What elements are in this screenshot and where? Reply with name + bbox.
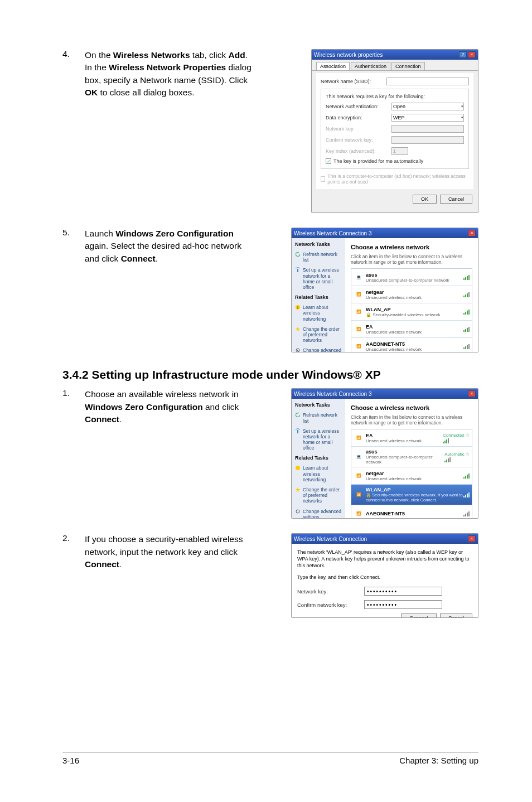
tab-authentication[interactable]: Authentication <box>351 62 390 70</box>
network-row[interactable]: 📶 netgearUnsecured wireless network <box>351 467 472 485</box>
network-row[interactable]: 📶 EAUnsecured wireless network Connected… <box>351 429 472 447</box>
dialog-title: Wireless network properties <box>314 52 383 58</box>
wzc-hint: Click an item in the list below to conne… <box>351 414 472 426</box>
wzc-main-panel: Choose a wireless network Click an item … <box>345 238 478 352</box>
wifi-icon: 📶 <box>354 489 364 501</box>
svg-rect-6 <box>297 430 298 433</box>
svg-point-7 <box>296 466 300 470</box>
sidebar-item-learn[interactable]: Learn about wireless networking <box>295 465 342 482</box>
adhoc-label: This is a computer-to-computer (ad hoc) … <box>327 173 469 185</box>
close-button[interactable]: × <box>468 390 476 397</box>
adhoc-checkbox <box>321 176 325 182</box>
step2b-number: 2. <box>62 533 85 543</box>
wifi-icon: 📶 <box>354 288 364 301</box>
antenna-icon <box>295 267 301 273</box>
sidebar-item-advanced[interactable]: Change advanced settings <box>295 347 342 352</box>
wifi-icon: 📶 <box>354 470 364 482</box>
antenna-icon <box>295 428 301 434</box>
enc-select[interactable]: WEP▾ <box>391 114 464 122</box>
svg-rect-0 <box>297 269 298 272</box>
wzc-main-panel: Choose a wireless network Click an item … <box>345 399 478 518</box>
sidebar-heading-network-tasks: Network Tasks <box>295 241 342 247</box>
sidebar-item-refresh[interactable]: Refresh network list <box>295 412 342 423</box>
svg-marker-3 <box>296 327 300 331</box>
confirm-key-label: Confirm network key: <box>297 602 364 608</box>
info-icon <box>295 465 301 471</box>
page-footer: 3-16 Chapter 3: Setting up <box>62 752 478 765</box>
close-button[interactable]: × <box>468 51 476 58</box>
ssid-input[interactable] <box>386 78 469 85</box>
auto-key-label: The key is provided for me automatically <box>333 158 423 164</box>
auto-key-checkbox[interactable]: ✓ <box>326 158 331 164</box>
wzc-title: Wireless Network Connection 3 <box>294 391 372 397</box>
connect-button[interactable]: Connect <box>401 613 437 618</box>
wzc-main-heading: Choose a wireless network <box>351 404 472 411</box>
key-index-input: 1 <box>391 147 408 155</box>
sidebar-item-order[interactable]: Change the order of preferred networks <box>295 487 342 504</box>
step4-text: On the Wireless Networks tab, click Add.… <box>85 49 253 99</box>
dialog-title: Wireless Network Connection <box>294 536 367 542</box>
refresh-icon <box>295 252 301 257</box>
cancel-button[interactable]: Cancel <box>440 195 472 204</box>
refresh-icon <box>295 412 301 418</box>
key-input <box>391 125 464 133</box>
auth-label: Network Authentication: <box>326 104 391 109</box>
dialog-titlebar: Wireless network properties ? × <box>312 50 478 60</box>
star-icon <box>295 487 301 492</box>
auth-select[interactable]: Open▾ <box>391 103 464 110</box>
sidebar-item-setup[interactable]: Set up a wireless network for a home or … <box>295 428 342 451</box>
svg-marker-8 <box>296 487 300 492</box>
sidebar-item-setup[interactable]: Set up a wireless network for a home or … <box>295 267 342 290</box>
wzc-titlebar: Wireless Network Connection 3 × <box>292 389 478 399</box>
network-row[interactable]: 💻 asusUnsecured computer-to-computer net… <box>351 269 472 286</box>
step2b-text: If you choose a security-enabled wireles… <box>85 533 253 571</box>
network-list: 💻 asusUnsecured computer-to-computer net… <box>351 268 472 352</box>
sidebar-item-refresh[interactable]: Refresh network list <box>295 252 342 263</box>
network-key-input[interactable]: •••••••••• <box>364 587 442 596</box>
adhoc-icon: 💻 <box>354 271 364 283</box>
confirm-key-input <box>391 136 464 144</box>
key-dialog-type-hint: Type the key, and then click Connect. <box>297 574 472 581</box>
tab-association[interactable]: Association <box>316 62 350 70</box>
confirm-key-input[interactable]: •••••••••• <box>364 600 442 609</box>
network-key-dialog: Wireless Network Connection × The networ… <box>291 533 478 618</box>
wifi-icon: 📶 <box>354 432 364 444</box>
network-row[interactable]: 💻 asusUnsecured computer-to-computer net… <box>351 447 472 467</box>
svg-point-5 <box>297 350 298 351</box>
tab-connection[interactable]: Connection <box>391 62 425 70</box>
network-row[interactable]: 📶 WLAN_AP🔒 Security-enabled wireless net… <box>351 303 472 321</box>
network-row-selected[interactable]: 📶 WLAN_AP🔒 Security-enabled wireless net… <box>351 485 472 505</box>
enc-label: Data encryption: <box>326 115 391 120</box>
cancel-button[interactable]: Cancel <box>440 613 472 618</box>
wzc-main-heading: Choose a wireless network <box>351 244 472 250</box>
confirm-key-label: Confirm network key: <box>326 137 391 143</box>
wzc-sidebar: Network Tasks Refresh network list Set u… <box>292 399 345 518</box>
wzc-hint: Click an item in the list below to conne… <box>351 254 472 265</box>
sidebar-item-order[interactable]: Change the order of preferred networks <box>295 326 342 344</box>
wifi-icon: 📶 <box>354 306 364 318</box>
dialog-titlebar: Wireless Network Connection × <box>292 534 478 544</box>
wzc-titlebar: Wireless Network Connection 3 × <box>292 228 478 238</box>
key-section-label: This network requires a key for the foll… <box>326 94 464 99</box>
chapter-label: Chapter 3: Setting up <box>399 756 478 765</box>
close-button[interactable]: × <box>468 230 476 236</box>
network-row[interactable]: 📶 AAEONNET-NT5 <box>351 505 472 519</box>
wifi-icon: 📶 <box>354 508 364 519</box>
sidebar-item-learn[interactable]: iLearn about wireless networking <box>295 305 342 322</box>
network-row[interactable]: 📶 netgearUnsecured wireless network <box>351 286 472 303</box>
help-button[interactable]: ? <box>459 51 467 58</box>
info-icon: i <box>295 305 301 310</box>
star-icon <box>295 326 301 332</box>
sidebar-item-advanced[interactable]: Change advanced settings <box>295 509 342 519</box>
network-key-label: Network key: <box>297 588 364 595</box>
network-row[interactable]: 📶 EAUnsecured wireless network <box>351 321 472 338</box>
ok-button[interactable]: OK <box>413 195 437 204</box>
wzc-window-step1b: Wireless Network Connection 3 × Network … <box>291 388 478 519</box>
network-row[interactable]: 📶 AAEONNET-NT5Unsecured wireless network <box>351 338 472 352</box>
gear-icon <box>295 509 301 514</box>
close-button[interactable]: × <box>468 535 476 542</box>
ssid-label: Network name (SSID): <box>321 79 386 84</box>
section-heading-342: 3.4.2 Setting up Infrastructure mode und… <box>62 367 478 383</box>
step1b-text: Choose an available wireless network in … <box>85 388 253 426</box>
wzc-title: Wireless Network Connection 3 <box>294 230 372 236</box>
